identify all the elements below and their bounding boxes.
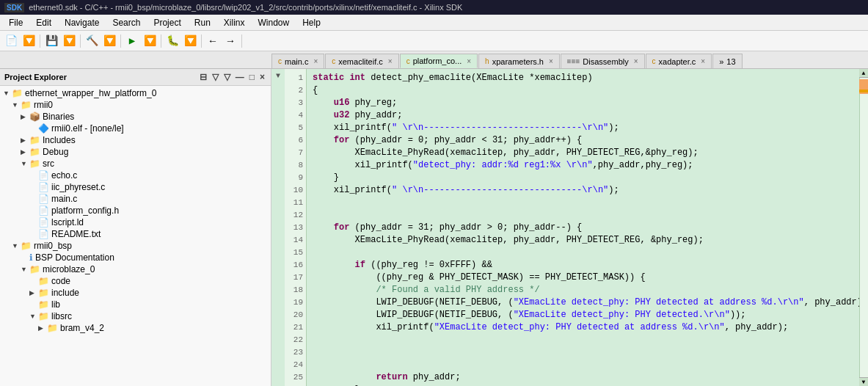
tree-item-src[interactable]: ▼ 📁 src <box>0 158 271 170</box>
tree-item-readme[interactable]: 📄 README.txt <box>0 228 271 240</box>
tab-platform-co[interactable]: c platform_co... × <box>400 54 478 68</box>
toolbar-back[interactable]: ← <box>205 33 221 49</box>
tree-item-bsp-doc[interactable]: ℹ BSP Documentation <box>0 252 271 263</box>
menu-edit[interactable]: Edit <box>30 16 57 29</box>
tab-xemacliteif-c[interactable]: c xemacliteif.c × <box>325 54 398 68</box>
icon-platform-config-h: 📄 <box>38 205 49 216</box>
menu-file[interactable]: File <box>3 16 29 29</box>
toolbar-btn2[interactable]: 🔽 <box>21 33 37 49</box>
menu-xilinx[interactable]: Xilinx <box>218 16 251 29</box>
tree-item-main-c[interactable]: 📄 main.c <box>0 193 271 205</box>
tree-item-microblaze-0[interactable]: ▼ 📁 microblaze_0 <box>0 263 271 275</box>
tab-xparameters-h[interactable]: h xparameters.h × <box>478 54 560 68</box>
tree-item-rmii0elf[interactable]: 🔷 rmii0.elf - [none/le] <box>0 123 271 134</box>
label-debug: Debug <box>43 147 68 157</box>
tab-label-xadapter: xadapter.c <box>659 57 696 66</box>
tree-item-code[interactable]: 📁 code <box>0 275 271 287</box>
folder-icon-bram-v4-2: 📁 <box>47 323 58 333</box>
sdk-icon: SDK <box>4 3 24 12</box>
sep5 <box>201 34 202 48</box>
tab-close-main-c[interactable]: × <box>313 57 318 65</box>
arrow-src: ▼ <box>21 160 29 167</box>
sidebar-filter-icon[interactable]: ▽ <box>211 71 220 83</box>
folder-icon-lib: 📁 <box>38 299 49 310</box>
label-rmii0-bsp: rmii0_bsp <box>34 241 72 251</box>
toolbar-run[interactable]: ▶ <box>124 33 140 49</box>
arrow-microblaze-0: ▼ <box>21 266 29 273</box>
menu-navigate[interactable]: Navigate <box>59 16 105 29</box>
tab-icon-xparameters: h <box>485 57 489 65</box>
toolbar-btn6[interactable]: 🔽 <box>182 33 198 49</box>
code-text[interactable]: static int detect_phy_emaclite(XEmacLite… <box>307 69 859 386</box>
sidebar-collapse-icon[interactable]: ⊟ <box>198 71 208 83</box>
toolbar-btn3[interactable]: 🔽 <box>61 33 77 49</box>
sidebar-close-icon[interactable]: × <box>258 71 266 83</box>
folder-icon-includes: 📁 <box>29 135 40 145</box>
toolbar-forward[interactable]: → <box>222 33 238 49</box>
tree-item-lscript-ld[interactable]: 📄 lscript.ld <box>0 216 271 228</box>
titlebar: SDK ethernet0.sdk - C/C++ - rmii0_bsp/mi… <box>0 0 868 15</box>
folder-icon-debug: 📁 <box>29 147 40 157</box>
label-binaries: Binaries <box>43 112 74 122</box>
label-code: code <box>51 276 70 286</box>
tree-item-include[interactable]: ▶ 📁 include <box>0 287 271 299</box>
tab-more[interactable]: » 13 <box>712 54 742 68</box>
tree-item-libsrc[interactable]: ▼ 📁 libsrc <box>0 310 271 322</box>
arrow-include: ▶ <box>29 289 38 296</box>
tab-label-main-c: main.c <box>285 57 308 66</box>
arrow-ethernet-wrapper: ▼ <box>3 90 12 97</box>
tree-item-ethernet-wrapper[interactable]: ▼ 📁 ethernet_wrapper_hw_platform_0 <box>0 87 271 99</box>
tab-close-xemacliteif[interactable]: × <box>388 57 393 65</box>
sidebar-header-icons: ⊟ ▽ ▽ — □ × <box>198 71 266 83</box>
menu-project[interactable]: Project <box>147 16 186 29</box>
tab-close-xadapter[interactable]: × <box>701 57 705 65</box>
toolbar-debug[interactable]: 🐛 <box>164 33 180 49</box>
tree-item-iic-phyreset-c[interactable]: 📄 iic_phyreset.c <box>0 181 271 193</box>
tab-close-platform[interactable]: × <box>467 57 471 65</box>
sidebar-minimize-icon[interactable]: — <box>234 71 246 83</box>
tree-item-binaries[interactable]: ▶ 📦 Binaries <box>0 111 271 123</box>
tree-item-lib[interactable]: 📁 lib <box>0 299 271 310</box>
folder-icon-ethernet: 📁 <box>12 88 23 98</box>
toolbar-btn4[interactable]: 🔽 <box>101 33 117 49</box>
tab-icon-xemacliteif: c <box>332 57 335 65</box>
tab-close-disassembly[interactable]: × <box>634 57 638 65</box>
folder-icon-rmii0: 📁 <box>21 100 32 110</box>
sidebar-menu-icon[interactable]: ▽ <box>222 71 232 83</box>
arrow-binaries: ▶ <box>21 113 29 120</box>
sidebar: Project Explorer ⊟ ▽ ▽ — □ × ▼ 📁 ethern <box>0 69 271 386</box>
tab-close-xparameters[interactable]: × <box>549 57 553 65</box>
tab-main-c[interactable]: c main.c × <box>271 54 324 68</box>
vertical-scrollbar[interactable]: ▲ ▼ <box>859 69 868 386</box>
icon-main-c: 📄 <box>38 194 49 204</box>
toolbar-btn5[interactable]: 🔽 <box>142 33 158 49</box>
label-bram-v4-2: bram_v4_2 <box>60 323 104 333</box>
tree-item-includes[interactable]: ▶ 📁 Includes <box>0 134 271 146</box>
tree-item-debug[interactable]: ▶ 📁 Debug <box>0 146 271 158</box>
tree-item-rmii0[interactable]: ▼ 📁 rmii0 <box>0 99 271 111</box>
tab-xadapter-c[interactable]: c xadapter.c × <box>646 54 712 68</box>
toolbar-save[interactable]: 💾 <box>43 33 59 49</box>
arrow-rmii0: ▼ <box>12 101 21 109</box>
tab-label-xemacliteif: xemacliteif.c <box>338 57 383 66</box>
toolbar: 📄 🔽 💾 🔽 🔨 🔽 ▶ 🔽 🐛 🔽 ← → <box>0 31 868 51</box>
menu-help[interactable]: Help <box>296 16 327 29</box>
toolbar-new[interactable]: 📄 <box>3 33 19 49</box>
folder-icon-code: 📁 <box>38 276 49 286</box>
menu-window[interactable]: Window <box>252 16 296 29</box>
tree-item-bram-v4-2[interactable]: ▶ 📁 bram_v4_2 <box>0 322 271 334</box>
menu-run[interactable]: Run <box>189 16 216 29</box>
tab-disassembly[interactable]: ≡≡≡ Disassembly × <box>561 54 645 68</box>
tree-item-echo-c[interactable]: 📄 echo.c <box>0 170 271 181</box>
tree-item-rmii0-bsp[interactable]: ▼ 📁 rmii0_bsp <box>0 240 271 252</box>
tab-label-platform: platform_co... <box>413 57 462 65</box>
menu-search[interactable]: Search <box>106 16 146 29</box>
code-editor[interactable]: ▼ 1 2 3 4 5 6 7 8 9 10 11 12 13 <box>271 69 868 386</box>
toolbar-build[interactable]: 🔨 <box>84 33 100 49</box>
sidebar-maximize-icon[interactable]: □ <box>248 71 256 83</box>
arrow-bram-v4-2: ▶ <box>38 324 47 332</box>
code-fold-arrow[interactable]: ▼ <box>276 72 280 80</box>
icon-echo-c: 📄 <box>38 170 49 181</box>
arrow-debug: ▶ <box>21 148 29 156</box>
tree-item-platform-config-h[interactable]: 📄 platform_config.h <box>0 205 271 216</box>
